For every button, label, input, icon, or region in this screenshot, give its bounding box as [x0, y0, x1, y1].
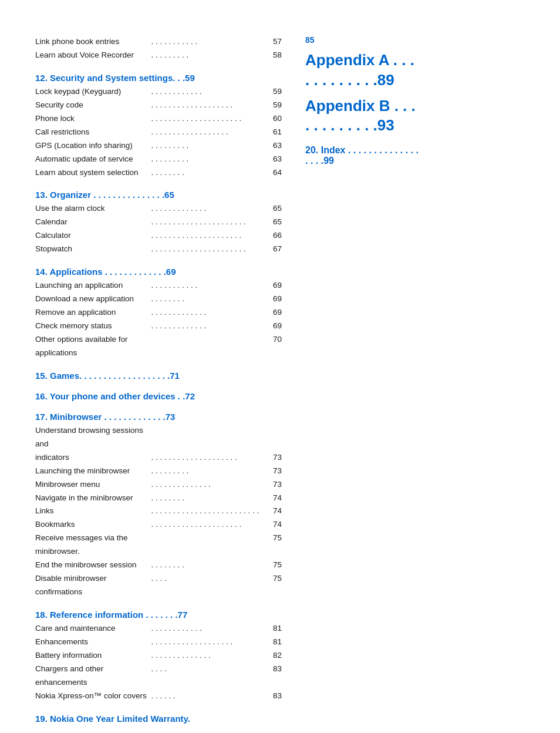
- section-12: 12. Security and System settings. . .59 …: [35, 73, 282, 180]
- section-14: 14. Applications . . . . . . . . . . . .…: [35, 267, 282, 360]
- dots: . . . . . . . . . . . . .: [151, 202, 266, 216]
- entry-text: Minibrowser menu: [35, 478, 150, 492]
- entry-text: Navigate in the minibrowser: [35, 492, 150, 505]
- page-num: 69: [267, 279, 282, 292]
- section-17: 17. Minibrowser . . . . . . . . . . . . …: [35, 412, 282, 599]
- entry-text: Automatic update of service: [35, 153, 150, 166]
- entry-text: Phone lock: [35, 112, 150, 126]
- entry-text: Calculator: [35, 229, 150, 243]
- entry-text: End the minibrowser session: [35, 559, 150, 572]
- toc-entry-bookmarks: Bookmarks . . . . . . . . . . . . . . . …: [35, 518, 282, 532]
- dots: . . . . . . . . . . . . . .: [151, 649, 266, 663]
- page-num: 74: [267, 518, 282, 532]
- dots: . . . . . . . . . . . . .: [151, 306, 266, 320]
- page-num: 69: [267, 320, 282, 333]
- entry-text: Stopwatch: [35, 243, 150, 256]
- toc-entry-enhancements: Enhancements . . . . . . . . . . . . . .…: [35, 636, 282, 649]
- dots: [151, 424, 266, 451]
- toc-entry-launching-minibrowser: Launching the minibrowser . . . . . . . …: [35, 465, 282, 478]
- toc-entry-system-selection: Learn about system selection . . . . . .…: [35, 166, 282, 180]
- section-header-16: 16. Your phone and other devices . .72: [35, 391, 282, 401]
- toc-entry-chargers: Chargers and other enhancements . . . . …: [35, 663, 282, 690]
- dots: [151, 333, 266, 360]
- appendix-a-title: Appendix A . . . . . . . . . . . .89: [305, 51, 423, 90]
- page-num: 66: [267, 229, 282, 243]
- entry-text: Check memory status: [35, 320, 150, 333]
- toc-entry-receive-messages: Receive messages via the minibrowser. 75: [35, 532, 282, 559]
- entry-text: Security code: [35, 99, 150, 112]
- page-num: 65: [267, 216, 282, 229]
- page-num: 59: [267, 99, 282, 112]
- page-num: 73: [267, 465, 282, 478]
- entry-text: Download a new application: [35, 292, 150, 306]
- entry-text: Launching the minibrowser: [35, 465, 150, 478]
- appendix-b-section: Appendix B . . . . . . . . . . . .93: [305, 96, 423, 136]
- appendix-b-text: Appendix B: [305, 97, 390, 115]
- page-num: 74: [267, 505, 282, 518]
- dots: . . . . . . . . . . . . . . . . . . . . …: [151, 518, 266, 532]
- entry-text: indicators: [35, 451, 150, 465]
- toc-entry-download-app: Download a new application . . . . . . .…: [35, 292, 282, 306]
- index-page: 99: [323, 156, 334, 166]
- toc-entry-stopwatch: Stopwatch . . . . . . . . . . . . . . . …: [35, 243, 282, 256]
- page-num: 57: [267, 35, 282, 49]
- appendix-a-section: Appendix A . . . . . . . . . . . .89: [305, 51, 423, 90]
- entry-text: Other options available for applications: [35, 333, 150, 360]
- pre-section: Link phone book entries . . . . . . . . …: [35, 35, 282, 62]
- toc-entry-remove-app: Remove an application . . . . . . . . . …: [35, 306, 282, 320]
- page-num: 81: [267, 636, 282, 649]
- entry-text: Understand browsing sessions and: [35, 424, 150, 451]
- dots: . . . . . . . . . . . . . . . . . . . . …: [151, 216, 266, 229]
- section-header-12: 12. Security and System settings. . .59: [35, 73, 282, 83]
- dots: . . . . . . . . . . . . . . . . . . . . …: [151, 229, 266, 243]
- entry-text: Learn about Voice Recorder: [35, 49, 150, 62]
- entry-text: Lock keypad (Keyguard): [35, 85, 150, 99]
- page-num: 69: [267, 292, 282, 306]
- page-num: 63: [267, 153, 282, 166]
- toc-entry-calculator: Calculator . . . . . . . . . . . . . . .…: [35, 229, 282, 243]
- appendix-b-page: 93: [377, 116, 394, 134]
- entry-text: Remove an application: [35, 306, 150, 320]
- dots: . . . . . . . . . . . . . . . . . . . . …: [151, 505, 266, 518]
- toc-entry-voice-recorder: Learn about Voice Recorder . . . . . . .…: [35, 49, 282, 62]
- toc-entry-launching-app: Launching an application . . . . . . . .…: [35, 279, 282, 292]
- page-num: 70: [267, 333, 282, 360]
- dots: . . . . . . . .: [151, 166, 266, 180]
- dots: [151, 532, 266, 559]
- page-num: 58: [267, 49, 282, 62]
- dots: . . . . . . . . . . . . . .: [151, 478, 266, 492]
- entry-text: Chargers and other enhancements: [35, 663, 150, 690]
- page-num: 59: [267, 85, 282, 99]
- dots: . . . . . . . .: [151, 292, 266, 306]
- page-num: 65: [267, 202, 282, 216]
- entry-text: Links: [35, 505, 150, 518]
- toc-entry-links: Links . . . . . . . . . . . . . . . . . …: [35, 505, 282, 518]
- entry-text: Enhancements: [35, 636, 150, 649]
- toc-entry-memory-status: Check memory status . . . . . . . . . . …: [35, 320, 282, 333]
- entry-text: Disable minibrowser confirmations: [35, 572, 150, 599]
- entry-text: Care and maintenance: [35, 622, 150, 636]
- page-num: 82: [267, 649, 282, 663]
- toc-entry-alarm-clock: Use the alarm clock . . . . . . . . . . …: [35, 202, 282, 216]
- appendix-number: 85: [305, 35, 423, 45]
- toc-entry-call-restrictions: Call restrictions . . . . . . . . . . . …: [35, 126, 282, 139]
- page-num: 60: [267, 112, 282, 126]
- dots: . . . . . . . . . . . . . . . . . . . .: [151, 451, 266, 465]
- dots: . . . . . . . . . . .: [151, 35, 266, 49]
- entry-text: Use the alarm clock: [35, 202, 150, 216]
- right-column: 85 Appendix A . . . . . . . . . . . .89 …: [305, 35, 423, 733]
- page-num: 81: [267, 622, 282, 636]
- page-num: 64: [267, 166, 282, 180]
- toc-entry-navigate-minibrowser: Navigate in the minibrowser . . . . . . …: [35, 492, 282, 505]
- section-19: 19. Nokia One Year Limited Warranty.: [35, 714, 282, 724]
- toc-entry-calendar: Calendar . . . . . . . . . . . . . . . .…: [35, 216, 282, 229]
- page-num: 75: [267, 559, 282, 572]
- page-num: 75: [267, 532, 282, 559]
- dots: . . . . . . . . . . . . . . . . . . .: [151, 636, 266, 649]
- page-num: 67: [267, 243, 282, 256]
- page-num: 75: [267, 572, 282, 599]
- toc-entry-nokia-xpress: Nokia Xpress-on™ color covers . . . . . …: [35, 690, 282, 703]
- toc-entry-phone-lock: Phone lock . . . . . . . . . . . . . . .…: [35, 112, 282, 126]
- toc-entry-link-phone: Link phone book entries . . . . . . . . …: [35, 35, 282, 49]
- appendix-b-title: Appendix B . . . . . . . . . . . .93: [305, 96, 423, 136]
